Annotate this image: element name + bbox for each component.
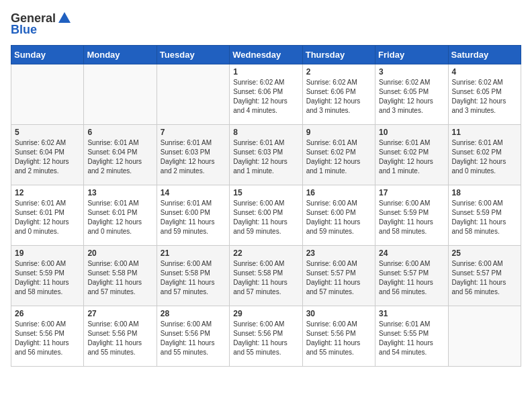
calendar-cell: 5Sunrise: 6:02 AM Sunset: 6:04 PM Daylig… (11, 125, 84, 185)
day-number: 17 (379, 188, 444, 197)
calendar-cell: 17Sunrise: 6:00 AM Sunset: 5:59 PM Dayli… (375, 185, 448, 246)
day-info: Sunrise: 6:00 AM Sunset: 5:58 PM Dayligh… (161, 259, 226, 297)
svg-marker-0 (58, 12, 71, 23)
day-number: 5 (15, 128, 80, 137)
day-info: Sunrise: 6:00 AM Sunset: 5:58 PM Dayligh… (233, 259, 298, 297)
day-info: Sunrise: 6:01 AM Sunset: 6:02 PM Dayligh… (306, 138, 371, 176)
calendar-cell: 25Sunrise: 6:00 AM Sunset: 5:57 PM Dayli… (448, 246, 521, 306)
day-number: 31 (379, 309, 444, 318)
day-info: Sunrise: 6:01 AM Sunset: 6:00 PM Dayligh… (161, 199, 226, 236)
calendar-cell: 21Sunrise: 6:00 AM Sunset: 5:58 PM Dayli… (157, 246, 229, 306)
day-info: Sunrise: 6:01 AM Sunset: 6:03 PM Dayligh… (161, 138, 226, 176)
calendar-cell: 1Sunrise: 6:02 AM Sunset: 6:06 PM Daylig… (230, 64, 302, 125)
calendar-cell: 30Sunrise: 6:00 AM Sunset: 5:56 PM Dayli… (302, 306, 375, 367)
weekday-header-thursday: Thursday (302, 46, 375, 64)
day-number: 4 (452, 67, 517, 77)
calendar-cell: 12Sunrise: 6:01 AM Sunset: 6:01 PM Dayli… (11, 185, 84, 246)
day-info: Sunrise: 6:00 AM Sunset: 5:56 PM Dayligh… (87, 320, 152, 357)
weekday-header-monday: Monday (84, 46, 157, 64)
day-number: 2 (306, 67, 371, 77)
week-row-1: 1Sunrise: 6:02 AM Sunset: 6:06 PM Daylig… (11, 64, 521, 125)
calendar-cell: 8Sunrise: 6:01 AM Sunset: 6:03 PM Daylig… (230, 125, 302, 185)
day-info: Sunrise: 6:00 AM Sunset: 5:57 PM Dayligh… (452, 259, 517, 297)
calendar-cell: 6Sunrise: 6:01 AM Sunset: 6:04 PM Daylig… (84, 125, 157, 185)
day-number: 10 (379, 128, 444, 137)
calendar-cell: 11Sunrise: 6:01 AM Sunset: 6:02 PM Dayli… (448, 125, 521, 185)
day-number: 11 (452, 128, 517, 137)
day-number: 13 (87, 188, 152, 197)
day-number: 9 (306, 128, 371, 137)
calendar-cell: 7Sunrise: 6:01 AM Sunset: 6:03 PM Daylig… (157, 125, 229, 185)
weekday-header-sunday: Sunday (11, 46, 84, 64)
calendar-cell: 10Sunrise: 6:01 AM Sunset: 6:02 PM Dayli… (375, 125, 448, 185)
week-row-2: 5Sunrise: 6:02 AM Sunset: 6:04 PM Daylig… (11, 125, 521, 185)
calendar-cell: 13Sunrise: 6:01 AM Sunset: 6:01 PM Dayli… (84, 185, 157, 246)
day-info: Sunrise: 6:02 AM Sunset: 6:05 PM Dayligh… (452, 78, 517, 116)
calendar-table: SundayMondayTuesdayWednesdayThursdayFrid… (11, 45, 521, 367)
weekday-header-saturday: Saturday (448, 46, 521, 64)
calendar-cell: 19Sunrise: 6:00 AM Sunset: 5:59 PM Dayli… (11, 246, 84, 306)
week-row-5: 26Sunrise: 6:00 AM Sunset: 5:56 PM Dayli… (11, 306, 521, 367)
day-info: Sunrise: 6:00 AM Sunset: 6:00 PM Dayligh… (306, 199, 371, 236)
day-number: 21 (161, 248, 226, 258)
day-info: Sunrise: 6:01 AM Sunset: 5:55 PM Dayligh… (379, 320, 444, 357)
logo-blue-text: Blue (11, 23, 37, 37)
day-number: 25 (452, 248, 517, 258)
day-number: 18 (452, 188, 517, 197)
calendar-cell: 29Sunrise: 6:00 AM Sunset: 5:56 PM Dayli… (230, 306, 302, 367)
calendar-cell (11, 64, 84, 125)
week-row-3: 12Sunrise: 6:01 AM Sunset: 6:01 PM Dayli… (11, 185, 521, 246)
calendar-cell: 24Sunrise: 6:00 AM Sunset: 5:57 PM Dayli… (375, 246, 448, 306)
day-number: 3 (379, 67, 444, 77)
day-number: 23 (306, 248, 371, 258)
calendar-cell: 4Sunrise: 6:02 AM Sunset: 6:05 PM Daylig… (448, 64, 521, 125)
day-number: 15 (233, 188, 298, 197)
day-number: 16 (306, 188, 371, 197)
day-number: 8 (233, 128, 298, 137)
day-info: Sunrise: 6:02 AM Sunset: 6:04 PM Dayligh… (15, 138, 80, 176)
calendar-cell: 31Sunrise: 6:01 AM Sunset: 5:55 PM Dayli… (375, 306, 448, 367)
day-info: Sunrise: 6:00 AM Sunset: 6:00 PM Dayligh… (233, 199, 298, 236)
weekday-header-friday: Friday (375, 46, 448, 64)
day-number: 20 (87, 248, 152, 258)
day-number: 28 (161, 309, 226, 318)
calendar-cell: 3Sunrise: 6:02 AM Sunset: 6:05 PM Daylig… (375, 64, 448, 125)
day-number: 6 (87, 128, 152, 137)
page-header: General Blue (11, 11, 521, 37)
calendar-cell: 28Sunrise: 6:00 AM Sunset: 5:56 PM Dayli… (157, 306, 229, 367)
day-info: Sunrise: 6:00 AM Sunset: 5:56 PM Dayligh… (306, 320, 371, 357)
day-number: 14 (161, 188, 226, 197)
day-number: 26 (15, 309, 80, 318)
day-number: 1 (233, 67, 298, 77)
day-info: Sunrise: 6:00 AM Sunset: 5:59 PM Dayligh… (379, 199, 444, 236)
calendar-cell: 9Sunrise: 6:01 AM Sunset: 6:02 PM Daylig… (302, 125, 375, 185)
calendar-cell (84, 64, 157, 125)
day-number: 29 (233, 309, 298, 318)
weekday-header-tuesday: Tuesday (157, 46, 229, 64)
weekday-header-wednesday: Wednesday (230, 46, 302, 64)
day-number: 27 (87, 309, 152, 318)
calendar-cell: 20Sunrise: 6:00 AM Sunset: 5:58 PM Dayli… (84, 246, 157, 306)
week-row-4: 19Sunrise: 6:00 AM Sunset: 5:59 PM Dayli… (11, 246, 521, 306)
day-info: Sunrise: 6:00 AM Sunset: 5:56 PM Dayligh… (233, 320, 298, 357)
day-info: Sunrise: 6:02 AM Sunset: 6:05 PM Dayligh… (379, 78, 444, 116)
day-info: Sunrise: 6:00 AM Sunset: 5:57 PM Dayligh… (306, 259, 371, 297)
day-info: Sunrise: 6:00 AM Sunset: 5:59 PM Dayligh… (15, 259, 80, 297)
day-info: Sunrise: 6:00 AM Sunset: 5:56 PM Dayligh… (15, 320, 80, 357)
day-number: 24 (379, 248, 444, 258)
calendar-cell: 15Sunrise: 6:00 AM Sunset: 6:00 PM Dayli… (230, 185, 302, 246)
day-number: 30 (306, 309, 371, 318)
calendar-cell: 23Sunrise: 6:00 AM Sunset: 5:57 PM Dayli… (302, 246, 375, 306)
day-info: Sunrise: 6:01 AM Sunset: 6:01 PM Dayligh… (87, 199, 152, 236)
day-number: 7 (161, 128, 226, 137)
weekday-header-row: SundayMondayTuesdayWednesdayThursdayFrid… (11, 46, 521, 64)
calendar-cell: 2Sunrise: 6:02 AM Sunset: 6:06 PM Daylig… (302, 64, 375, 125)
calendar-cell: 18Sunrise: 6:00 AM Sunset: 5:59 PM Dayli… (448, 185, 521, 246)
day-info: Sunrise: 6:01 AM Sunset: 6:02 PM Dayligh… (452, 138, 517, 176)
day-info: Sunrise: 6:01 AM Sunset: 6:01 PM Dayligh… (15, 199, 80, 236)
calendar-cell (157, 64, 229, 125)
day-info: Sunrise: 6:00 AM Sunset: 5:57 PM Dayligh… (379, 259, 444, 297)
day-info: Sunrise: 6:02 AM Sunset: 6:06 PM Dayligh… (306, 78, 371, 116)
day-number: 19 (15, 248, 80, 258)
calendar-cell: 16Sunrise: 6:00 AM Sunset: 6:00 PM Dayli… (302, 185, 375, 246)
